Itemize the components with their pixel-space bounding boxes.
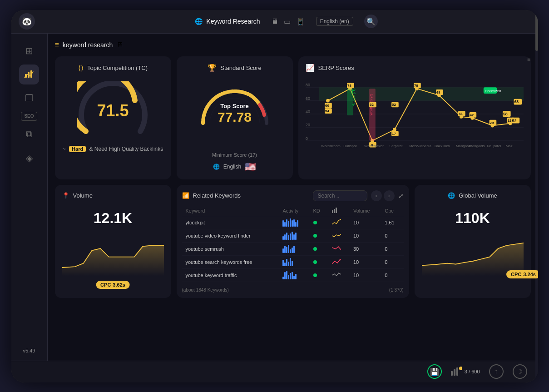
bottom-bar: 💾 3 / 600 ↑ ☽: [11, 361, 538, 382]
sidebar-item-copy[interactable]: ⧉: [19, 124, 39, 144]
ss-title: Standard Score: [220, 65, 261, 71]
serp-menu-icon[interactable]: ≡: [527, 56, 531, 63]
globe-icon: 🌐: [195, 18, 203, 25]
top-bar: 🐼 🌐 Keyword Research 🖥 ▭ 📱 English (en) …: [11, 10, 538, 34]
tc-gauge: 71.5: [77, 81, 149, 140]
svg-text:MozWikipedia: MozWikipedia: [409, 144, 431, 148]
monitor-icon: 🖥: [116, 41, 124, 49]
keyword-cell: youtube keyword traffic: [182, 268, 279, 282]
rk-search-input[interactable]: [313, 190, 367, 201]
progress-text: 3 / 600: [465, 369, 480, 374]
volume-value: 12.1K: [62, 210, 164, 227]
app-logo: 🐼: [19, 13, 35, 30]
language-selector[interactable]: English (en): [316, 17, 353, 26]
gv-cpc-label: CPC: [511, 272, 521, 277]
desktop-view-icon[interactable]: 🖥: [271, 17, 278, 25]
scroll-up-button[interactable]: ↑: [489, 364, 504, 379]
tc-icon: ⟨⟩: [78, 64, 84, 72]
table-row: youtube search keywords free: [182, 255, 404, 268]
svg-text:Serpstat: Serpstat: [389, 144, 403, 148]
svg-text:52: 52: [392, 103, 396, 107]
svg-text:Hubspot (78): Hubspot (78): [351, 88, 355, 106]
page-title: 🌐 Keyword Research: [195, 18, 260, 25]
svg-text:Wordstream: Wordstream: [321, 144, 341, 148]
cpc-badge: CPC 3.62s: [96, 281, 130, 289]
rk-title: 📶 Related Keywords: [182, 192, 241, 199]
tc-label: ~ Hard & Need High Quality Backlinks: [63, 146, 163, 152]
kd-cell: [310, 242, 328, 255]
svg-text:0: 0: [306, 136, 308, 140]
svg-text:52: 52: [370, 103, 374, 107]
svg-text:32: 32: [507, 118, 511, 122]
rk-next-button[interactable]: ›: [384, 190, 395, 201]
sidebar-item-seo[interactable]: SEO: [21, 112, 37, 121]
table-header-row: Keyword Activity KD Volume Cpc: [182, 206, 404, 216]
kd-cell: [310, 255, 328, 268]
sidebar-item-grid[interactable]: ⊞: [19, 41, 39, 61]
related-keywords-table: Keyword Activity KD Volume Cpc: [182, 206, 404, 282]
svg-text:80: 80: [306, 83, 310, 87]
tablet-view-icon[interactable]: ▭: [284, 17, 291, 26]
volume-cell: 10: [350, 268, 381, 282]
stats-item: 3 / 600: [451, 367, 480, 377]
mobile-view-icon[interactable]: 📱: [296, 17, 305, 26]
topic-competition-card: ⟨⟩ Topic Competition (TC) 71.5 ~ H: [55, 56, 171, 179]
cpc-value: 3.62s: [113, 282, 125, 288]
rk-header: 📶 Related Keywords ‹ › ⤢: [182, 190, 404, 201]
trend-cell: [328, 229, 350, 242]
svg-rect-75: [451, 371, 453, 376]
sidebar-item-chart[interactable]: [19, 65, 39, 84]
version-label: v5.49: [23, 348, 35, 353]
svg-text:Optimized: Optimized: [485, 89, 500, 93]
svg-text:63: 63: [514, 99, 519, 104]
content-area: ≡ keyword research 🖥 ⟨⟩ Topic Competitio…: [48, 34, 538, 361]
theme-toggle-button[interactable]: ☽: [513, 364, 527, 379]
svg-text:44: 44: [458, 111, 462, 115]
view-icons[interactable]: 🖥 ▭ 📱: [271, 17, 305, 26]
keyword-cell: youtube semrush: [182, 242, 279, 255]
table-row: youtube keyword traffic: [182, 268, 404, 282]
gv-title: 🌐 Global Volume: [448, 192, 497, 199]
cpc-cell: 0: [381, 255, 403, 268]
rk-prev-button[interactable]: ‹: [371, 190, 382, 201]
speedometer: Top Score 77.78: [194, 78, 276, 150]
scrollbar-thumb[interactable]: [535, 15, 538, 51]
svg-text:Neilpatel: Neilpatel: [487, 144, 501, 148]
rk-controls: ‹ › ⤢: [313, 190, 404, 201]
save-button[interactable]: 💾: [427, 364, 442, 379]
sidebar-item-stack[interactable]: ◈: [19, 148, 39, 168]
sidebar-item-layers[interactable]: ❐: [19, 88, 39, 108]
search-button[interactable]: 🔍: [364, 15, 378, 28]
svg-text:60: 60: [306, 96, 310, 100]
main-layout: ⊞ ❐ SEO ⧉ ◈ v5.49 ≡ keyword research 🖥: [11, 34, 538, 361]
tablet-frame: 🐼 🌐 Keyword Research 🖥 ▭ 📱 English (en) …: [11, 10, 538, 382]
activity-cell: [279, 268, 309, 282]
activity-cell: [279, 242, 309, 255]
gv-value: 110K: [455, 210, 490, 227]
rk-expand-button[interactable]: ⤢: [398, 192, 404, 199]
svg-text:Hubspot: Hubspot: [343, 144, 357, 148]
svg-rect-76: [454, 369, 455, 376]
top-score-label: Top Score: [218, 103, 252, 109]
svg-text:78: 78: [347, 84, 351, 88]
svg-text:40: 40: [306, 109, 310, 114]
keyword-cell: ytcockpit: [182, 216, 279, 229]
svg-text:54: 54: [325, 109, 329, 113]
kd-cell: [310, 216, 328, 229]
svg-text:42: 42: [470, 113, 474, 117]
svg-text:20: 20: [306, 123, 310, 127]
col-keyword: Keyword: [182, 206, 279, 216]
top-bar-center: 🌐 Keyword Research 🖥 ▭ 📱 English (en) 🔍: [42, 15, 531, 28]
standard-score-card: 🏆 Standard Score: [177, 56, 293, 179]
cpc-cell: 0: [381, 268, 403, 282]
svg-text:Wordtracker: Wordtracker: [364, 144, 384, 148]
activity-cell: [279, 229, 309, 242]
location-icon: 📍: [62, 192, 69, 199]
tc-title: Topic Competition (TC): [87, 65, 148, 71]
cpc-cell: 0: [381, 229, 403, 242]
table-row: ytcockpit: [182, 216, 404, 229]
related-keywords-card: 📶 Related Keywords ‹ › ⤢: [177, 185, 409, 298]
sidebar: ⊞ ❐ SEO ⧉ ◈ v5.49: [11, 34, 48, 361]
language-row: 🌐 English 🇺🇸: [213, 161, 256, 172]
volume-cell: 10: [350, 229, 381, 242]
